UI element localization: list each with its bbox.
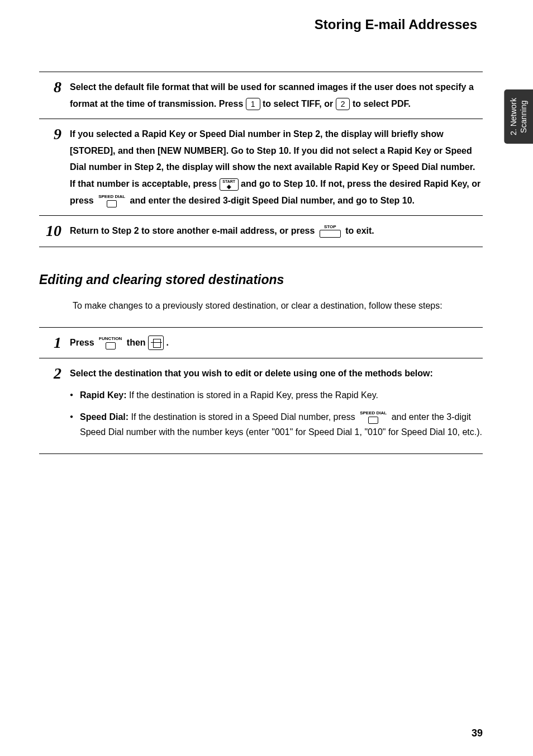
step-number: 9 [39, 126, 61, 143]
step-text: then [127, 338, 148, 347]
speed-dial-key: SPEED DIAL [360, 411, 387, 424]
speed-dial-label: SPEED DIAL [360, 411, 387, 415]
step-text: Select the destination that you wish to … [70, 368, 433, 378]
bullet-label: Speed Dial: [80, 412, 129, 422]
key-2: 2 [336, 98, 350, 110]
step-2: 2 Select the destination that you wish t… [39, 358, 483, 453]
steps-group-1: 8 Select the default file format that wi… [39, 72, 483, 247]
step-content: Press FUNCTION then . [70, 334, 483, 351]
function-key: FUNCTION [99, 337, 122, 349]
speed-dial-key: SPEED DIAL [98, 195, 125, 207]
speed-dial-label: SPEED DIAL [98, 195, 125, 199]
list-item: Speed Dial: If the destination is stored… [70, 409, 483, 440]
key-box-icon [107, 200, 117, 207]
step-number: 8 [39, 79, 61, 96]
key-box-icon [106, 342, 116, 349]
section-intro: To make changes to a previously stored d… [73, 299, 455, 313]
start-key-label: START [222, 179, 236, 183]
bullet-text: If the destination is stored in a Speed … [129, 412, 358, 422]
step-9: 9 If you selected a Rapid Key or Speed D… [39, 119, 483, 215]
step-number: 10 [39, 223, 61, 240]
side-tab-line2: Scanning [519, 100, 528, 133]
list-item: Rapid Key: If the destination is stored … [70, 388, 483, 403]
step-number: 1 [39, 334, 61, 352]
key-1: 1 [246, 98, 260, 110]
step-text: to select TIFF, or [263, 99, 336, 108]
step-content: Select the destination that you wish to … [70, 365, 483, 446]
step-text: Press [70, 338, 97, 347]
key-box-icon [368, 417, 378, 424]
bullet-text: If the destination is stored in a Rapid … [127, 390, 378, 400]
step-10: 10 Return to Step 2 to store another e-m… [39, 215, 483, 247]
side-tab: 2. Network Scanning [504, 89, 533, 144]
function-key-label: FUNCTION [99, 337, 122, 341]
nav-key-icon [148, 336, 164, 350]
step-text: Return to Step 2 to store another e-mail… [70, 226, 317, 235]
step-text: to exit. [345, 226, 374, 235]
step-content: Select the default file format that will… [70, 79, 483, 112]
section-heading: Editing and clearing stored destinations [39, 272, 483, 287]
bullet-list: Rapid Key: If the destination is stored … [70, 388, 483, 440]
key-box-icon [320, 230, 341, 238]
step-8: 8 Select the default file format that wi… [39, 72, 483, 119]
page-header: Storing E-mail Addresses [39, 17, 483, 32]
step-text: . [166, 338, 169, 347]
step-content: Return to Step 2 to store another e-mail… [70, 223, 483, 239]
start-key: START ◈ [220, 178, 239, 191]
step-1: 1 Press FUNCTION then . [39, 327, 483, 358]
step-number: 2 [39, 365, 61, 382]
stop-key-label: STOP [320, 225, 341, 229]
side-tab-line1: 2. Network [509, 98, 518, 135]
page-number: 39 [472, 727, 483, 739]
stop-key: STOP [320, 225, 341, 238]
step-text: to select PDF. [353, 99, 411, 108]
bullet-label: Rapid Key: [80, 390, 127, 400]
steps-group-2: 1 Press FUNCTION then . 2 Select the des… [39, 327, 483, 454]
step-content: If you selected a Rapid Key or Speed Dia… [70, 126, 483, 209]
diamond-icon: ◈ [222, 184, 236, 190]
step-text: and enter the desired 3-digit Speed Dial… [130, 196, 415, 205]
